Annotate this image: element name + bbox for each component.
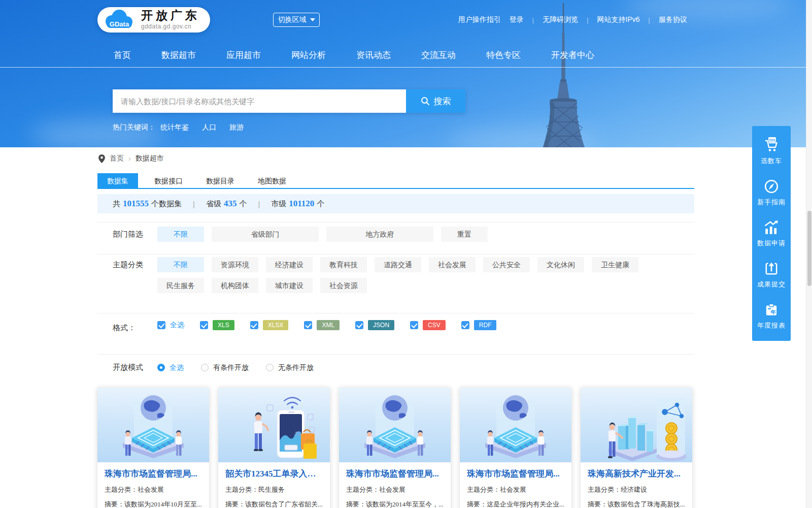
stats-divider: |	[193, 200, 195, 208]
float-item-data-cart[interactable]: data 选数车	[752, 130, 791, 172]
hot-keyword[interactable]: 旅游	[229, 123, 244, 132]
search-button[interactable]: 搜索	[406, 89, 465, 113]
dataset-title[interactable]: 珠海市市场监督管理局...	[105, 468, 202, 480]
checkbox-xlsx[interactable]	[250, 321, 258, 329]
summary-value: 该数据为2014年10月至至...	[124, 500, 202, 508]
page-scrollbar[interactable]	[806, 0, 812, 508]
checkbox-select-all[interactable]	[157, 321, 165, 329]
nav-item-home[interactable]: 首页	[114, 49, 131, 61]
dataset-title[interactable]: 珠海市市场监督管理局...	[467, 468, 564, 480]
link-service-agreement[interactable]: 服务协议	[659, 15, 687, 24]
topic-filter[interactable]: 公共安全	[483, 257, 530, 272]
hot-keywords: 热门关键词： 统计年鉴 人口 旅游	[113, 123, 465, 132]
summary-label: 摘要：	[225, 500, 245, 508]
checkbox-csv[interactable]	[410, 321, 418, 329]
phone-person-illustration	[218, 388, 330, 462]
float-item-label: 选数车	[761, 156, 782, 166]
hot-keyword[interactable]: 人口	[202, 123, 216, 132]
float-item-data-apply[interactable]: 数据申请	[752, 213, 791, 255]
topic-filter[interactable]: 民生服务	[157, 278, 204, 293]
filter-label-department: 部门筛选	[113, 227, 157, 242]
checkbox-xml[interactable]	[304, 321, 312, 329]
filter-label-topic: 主题分类	[113, 257, 157, 272]
hot-keywords-label: 热门关键词：	[113, 123, 155, 132]
topic-filter[interactable]: 机构团体	[212, 278, 258, 293]
checkbox-xls[interactable]	[200, 321, 208, 329]
topic-filter[interactable]: 城市建设	[266, 278, 313, 293]
float-item-result-submit[interactable]: 成果提交	[752, 255, 791, 296]
format-select-all-label[interactable]: 全选	[170, 321, 184, 330]
link-accessibility[interactable]: 无障碍浏览	[543, 15, 578, 24]
float-item-beginner-guide[interactable]: 新手指南	[752, 172, 791, 213]
site-logo[interactable]: GData 开放广东 gddata.gd.gov.cn	[97, 7, 210, 33]
nav-item-special-zone[interactable]: 特色专区	[486, 49, 521, 61]
open-mode-unconditional[interactable]: 无条件开放	[266, 360, 314, 375]
format-chip-json[interactable]: JSON	[368, 320, 394, 330]
data-apply-chart-icon	[763, 220, 780, 235]
open-mode-all-label: 全选	[170, 360, 184, 375]
nav-item-site-analytics[interactable]: 网站分析	[291, 49, 326, 61]
chevron-down-icon	[310, 18, 315, 21]
dataset-title[interactable]: 珠海市市场监督管理局...	[346, 468, 444, 480]
link-login[interactable]: 登录	[510, 15, 524, 24]
link-divider: |	[532, 16, 534, 24]
dataset-card[interactable]: 珠海市市场监督管理局... 主题分类：社会发展 摘要：该数据为2014年10月至…	[97, 388, 209, 508]
annual-report-icon: 年	[764, 302, 779, 318]
site-domain: gddata.gd.gov.cn	[141, 23, 200, 30]
reset-button[interactable]: 重置	[441, 227, 488, 242]
nav-item-developer-center[interactable]: 开发者中心	[551, 49, 594, 61]
topic-filter[interactable]: 道路交通	[375, 257, 421, 272]
nav-item-app-market[interactable]: 应用超市	[226, 49, 261, 61]
dataset-card[interactable]: 珠海高新技术产业开发... 主题分类：经济建设 摘要：该数据包含了珠海高新技..…	[581, 388, 692, 508]
tab-map-data[interactable]: 地图数据	[251, 173, 293, 189]
dataset-title[interactable]: 珠海高新技术产业开发...	[588, 468, 685, 480]
dataset-card[interactable]: 韶关市12345工单录入信息 主题分类：民生服务 摘要：该数据包含了广东省韶关.…	[218, 388, 330, 508]
nav-item-data-market[interactable]: 数据超市	[161, 49, 196, 61]
stats-province-label: 省级	[206, 199, 221, 209]
checkbox-rdf[interactable]	[461, 321, 469, 329]
nav-item-news[interactable]: 资讯动态	[356, 49, 391, 61]
link-user-guide[interactable]: 用户操作指引	[458, 15, 501, 24]
link-ipv6[interactable]: 网站支持IPv6	[597, 15, 640, 24]
tab-data-api[interactable]: 数据接口	[147, 173, 190, 189]
scrollbar-thumb[interactable]	[807, 211, 811, 286]
dept-filter-provincial[interactable]: 省级部门	[212, 227, 319, 242]
stats-total-prefix: 共	[113, 199, 120, 209]
topic-filter[interactable]: 文化休闲	[537, 257, 584, 272]
tab-data-catalog[interactable]: 数据目录	[199, 173, 242, 189]
region-switch-button[interactable]: 切换区域	[273, 13, 320, 27]
dept-filter-local-gov[interactable]: 地方政府	[326, 227, 433, 242]
topic-filter[interactable]: 不限	[157, 257, 204, 272]
tab-datasets[interactable]: 数据集	[97, 173, 138, 189]
format-chip-xml[interactable]: XML	[317, 320, 340, 330]
format-chip-csv[interactable]: CSV	[423, 320, 446, 330]
float-item-label: 成果提交	[757, 280, 786, 289]
nav-item-interaction[interactable]: 交流互动	[421, 49, 456, 61]
dept-filter-unlimited[interactable]: 不限	[157, 227, 204, 242]
checkbox-json[interactable]	[355, 321, 363, 329]
format-chip-xlsx[interactable]: XLSX	[263, 320, 289, 330]
filter-row-format: 格式： 全选 XLS XLSX XML	[97, 313, 694, 354]
float-item-annual-report[interactable]: 年 年度报表	[752, 296, 791, 337]
dataset-title[interactable]: 韶关市12345工单录入信息	[225, 468, 323, 480]
topic-filter[interactable]: 卫生健康	[592, 257, 638, 272]
topic-filter[interactable]: 教育科技	[320, 257, 367, 272]
data-cart-icon: data	[763, 137, 780, 153]
topic-filter[interactable]: 经济建设	[266, 257, 313, 272]
open-mode-conditional[interactable]: 有条件开放	[201, 360, 249, 375]
stats-province-suffix: 个	[239, 199, 247, 209]
breadcrumb-home[interactable]: 首页	[110, 154, 124, 163]
search-input[interactable]	[113, 89, 406, 113]
format-chip-xls[interactable]: XLS	[213, 320, 234, 330]
hero-search: 搜索 热门关键词： 统计年鉴 人口 旅游	[113, 89, 465, 132]
category-label: 主题分类：	[225, 486, 258, 493]
hot-keyword[interactable]: 统计年鉴	[160, 123, 189, 132]
open-mode-all[interactable]: 全选	[157, 360, 184, 375]
dataset-card[interactable]: 珠海市市场监督管理局... 主题分类：社会发展 摘要：该数据为2014年至至今，…	[339, 388, 451, 508]
topic-filter[interactable]: 社会资源	[320, 278, 367, 293]
dataset-card[interactable]: 珠海市市场监督管理局... 主题分类：社会发展 摘要：这是企业年报内有关企业..…	[460, 388, 571, 508]
svg-text:年: 年	[770, 309, 776, 315]
topic-filter[interactable]: 资源环境	[212, 257, 258, 272]
format-chip-rdf[interactable]: RDF	[474, 320, 497, 330]
topic-filter[interactable]: 社会发展	[429, 257, 476, 272]
